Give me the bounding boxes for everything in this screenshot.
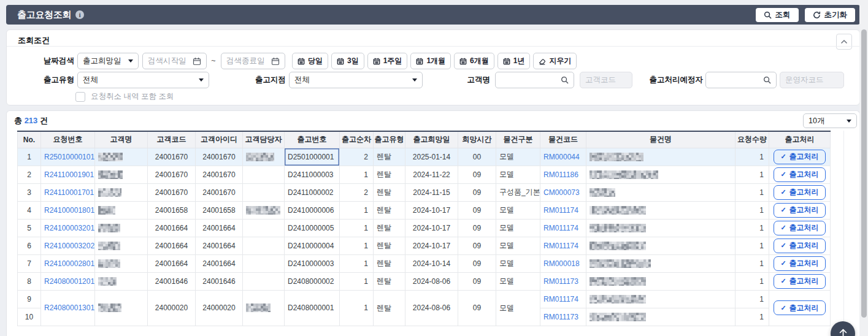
cell-no: 2 <box>18 166 41 183</box>
date-search-label: 날짜검색 <box>31 53 74 69</box>
cell-no: 8 <box>18 272 41 290</box>
cell-item-code: RM011174 <box>540 290 586 308</box>
item-code-link[interactable]: RM011174 <box>543 295 578 304</box>
cell-hope-time: 09 <box>458 237 496 254</box>
clear-button[interactable]: 지우기 <box>533 53 577 69</box>
request-number-link[interactable]: R24100001801 <box>44 206 94 215</box>
range-6months-button[interactable]: 6개월 <box>454 53 494 69</box>
customer-name-input[interactable] <box>495 72 574 88</box>
process-button[interactable]: ✓출고처리 <box>774 185 825 200</box>
cell-item-code: CM000073 <box>540 183 586 201</box>
cell-shipping-no: D2501000001 <box>285 148 340 166</box>
item-code-link[interactable]: RM000044 <box>543 153 580 161</box>
cell-no: 10 <box>18 308 41 326</box>
item-code-link[interactable]: RM011174 <box>543 242 578 250</box>
cell-customer-manager <box>243 237 285 254</box>
cell-item-code: RM011173 <box>540 308 586 326</box>
process-button[interactable]: ✓출고처리 <box>774 256 825 271</box>
item-code-link[interactable]: RM000018 <box>543 259 580 268</box>
cell-process: ✓출고처리 <box>769 254 831 272</box>
cell-qty: 1 <box>735 183 769 201</box>
cell-item-name <box>586 166 735 183</box>
cell-item-code: RM011174 <box>540 219 586 237</box>
end-date-input[interactable]: 검색종료일 <box>221 53 285 69</box>
cell-shipping-type: 렌탈 <box>374 290 405 326</box>
cell-qty: 1 <box>735 237 769 254</box>
range-1week-button[interactable]: 1주일 <box>367 53 408 69</box>
process-button[interactable]: ✓출고처리 <box>774 300 825 315</box>
calendar-icon <box>503 58 510 65</box>
range-1year-button[interactable]: 1년 <box>497 53 531 69</box>
start-date-input[interactable]: 검색시작일 <box>142 53 207 69</box>
item-code-link[interactable]: RM011174 <box>543 224 578 232</box>
cell-shipping-type: 렌탈 <box>374 272 405 290</box>
range-1month-button[interactable]: 1개월 <box>410 53 451 69</box>
process-button[interactable]: ✓출고처리 <box>774 167 825 182</box>
cell-request-no: R24080001201 <box>41 272 95 290</box>
column-header: No. <box>18 131 41 148</box>
search-icon <box>764 11 772 19</box>
range-today-button[interactable]: 당일 <box>292 53 328 69</box>
page-size-select[interactable]: 10개 <box>803 113 857 128</box>
redacted-text <box>98 188 121 197</box>
check-icon: ✓ <box>780 242 786 250</box>
process-button[interactable]: ✓출고처리 <box>774 239 825 253</box>
request-number-link[interactable]: R24110001901 <box>44 170 94 179</box>
search-button[interactable]: 조회 <box>756 8 799 22</box>
cell-item-name <box>586 219 735 237</box>
cell-no: 7 <box>18 254 41 272</box>
page-header: 출고요청조회 i 조회 초기화 <box>6 5 860 25</box>
cell-customer-manager <box>243 201 285 219</box>
redacted-text <box>98 170 123 179</box>
page-scrollbar[interactable] <box>861 29 867 318</box>
process-button[interactable]: ✓출고처리 <box>774 203 825 218</box>
divider <box>843 131 844 336</box>
cell-item-code: RM011173 <box>540 272 586 290</box>
request-number-link[interactable]: R24080001301 <box>44 304 94 312</box>
eraser-icon <box>539 58 546 65</box>
calendar-icon <box>416 58 423 65</box>
process-button[interactable]: ✓출고처리 <box>774 274 825 289</box>
branch-select[interactable]: 전체 <box>289 72 423 88</box>
redacted-text <box>98 153 123 161</box>
request-number-link[interactable]: R25010000101 <box>44 153 94 161</box>
cell-qty: 1 <box>735 290 769 308</box>
cell-shipping-type: 렌탈 <box>374 148 405 166</box>
date-type-select[interactable]: 출고희망일 <box>77 53 139 69</box>
item-code-link[interactable]: RM011173 <box>543 277 578 286</box>
column-header: 출고순차 <box>340 131 374 148</box>
process-button[interactable]: ✓출고처리 <box>774 150 825 164</box>
cell-shipping-seq: 1 <box>340 237 374 254</box>
check-icon: ✓ <box>780 304 786 312</box>
item-code-link[interactable]: RM011174 <box>543 206 578 215</box>
range-3days-button[interactable]: 3일 <box>331 53 364 69</box>
request-number-link[interactable]: R24100003202 <box>44 242 94 250</box>
item-code-link[interactable]: RM011186 <box>543 170 578 179</box>
cell-no: 3 <box>18 183 41 201</box>
divider <box>7 46 859 47</box>
handler-input[interactable] <box>705 72 777 88</box>
cell-shipping-type: 렌탈 <box>374 166 405 183</box>
info-icon[interactable]: i <box>75 10 84 19</box>
item-code-link[interactable]: CM000073 <box>543 188 580 197</box>
cell-item-code: RM011186 <box>540 166 586 183</box>
filter-panel-title: 조회조건 <box>18 35 50 46</box>
request-number-link[interactable]: R24100002801 <box>44 259 94 268</box>
ship-type-value: 전체 <box>83 75 98 85</box>
column-header: 고객명 <box>95 131 148 148</box>
reset-button[interactable]: 초기화 <box>805 8 856 22</box>
item-code-link[interactable]: RM011173 <box>543 313 578 321</box>
request-number-link[interactable]: R24080001201 <box>44 277 94 286</box>
calendar-icon <box>373 58 380 65</box>
cell-customer-id: 24001646 <box>196 272 243 290</box>
request-number-link[interactable]: R24100003201 <box>44 224 94 232</box>
ship-type-select[interactable]: 전체 <box>77 72 209 88</box>
process-button[interactable]: ✓출고처리 <box>774 221 825 235</box>
include-cancel-checkbox[interactable] <box>75 92 85 102</box>
cell-hope-date: 2025-01-14 <box>405 148 458 166</box>
collapse-button[interactable] <box>836 34 852 50</box>
request-number-link[interactable]: R24110001701 <box>44 188 94 197</box>
search-button-label: 조회 <box>775 10 791 20</box>
cell-customer-name <box>95 290 148 326</box>
cell-shipping-type: 렌탈 <box>374 201 405 219</box>
